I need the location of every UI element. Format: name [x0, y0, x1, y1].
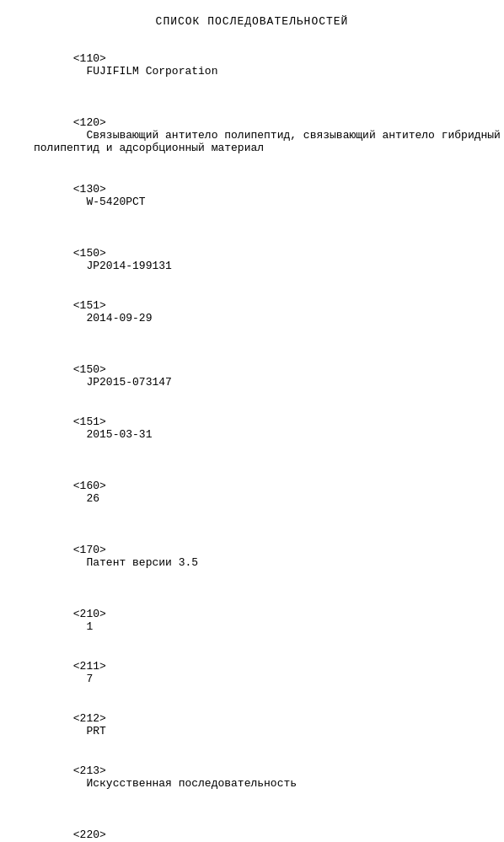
- field-120: <120> Связывающий антитело полипептид, с…: [0, 104, 504, 167]
- label-150a: <150>: [73, 247, 106, 260]
- spacer: [0, 806, 504, 816]
- label-151a: <151>: [73, 299, 106, 312]
- field-150b: <150> JP2015-073147 <151> 2015-03-31: [0, 351, 504, 453]
- seq1-220: <220> <223> SeqID_No.1: EQQNAFY: [0, 816, 504, 842]
- seq1-label-211: <211>: [73, 660, 106, 673]
- value-170: Патент версии 3.5: [86, 556, 198, 569]
- label-151b: <151>: [73, 416, 106, 428]
- value-160: 26: [86, 492, 99, 505]
- page: СПИСОК ПОСЛЕДОВАТЕЛЬНОСТЕЙ <110> FUJIFIL…: [0, 8, 504, 842]
- seq1-value-210: 1: [86, 620, 93, 633]
- label-110: <110>: [73, 52, 106, 65]
- field-130: <130> W-5420PCT: [0, 170, 504, 221]
- seq1-value-211: 7: [86, 673, 93, 685]
- field-170: <170> Патент версии 3.5: [0, 531, 504, 582]
- value-150a: JP2014-199131: [86, 260, 171, 272]
- value-151a: 2014-09-29: [86, 312, 152, 324]
- field-150a: <150> JP2014-199131 <151> 2014-09-29: [0, 234, 504, 337]
- page-title: СПИСОК ПОСЛЕДОВАТЕЛЬНОСТЕЙ: [0, 15, 504, 28]
- seq1-label-213: <213>: [73, 764, 106, 777]
- spacer: [0, 457, 504, 467]
- spacer: [0, 521, 504, 531]
- label-150b: <150>: [73, 363, 106, 376]
- seq1-value-213: Искусственная последовательность: [86, 777, 297, 790]
- seq1-label-212: <212>: [73, 712, 106, 725]
- label-170: <170>: [73, 544, 106, 556]
- seq1-label-210: <210>: [73, 608, 106, 620]
- seq1-value-212: PRT: [86, 725, 105, 737]
- spacer: [0, 94, 504, 104]
- value-120: Связывающий антитело полипептид, связыва…: [34, 129, 504, 154]
- seq1-fields: <210> 1 <211> 7 <212> PRT <213> Искусств…: [0, 595, 504, 802]
- value-110: [73, 65, 87, 78]
- spacer: [0, 585, 504, 595]
- spacer: [0, 224, 504, 234]
- field-160: <160> 26: [0, 467, 504, 518]
- spacer: [0, 341, 504, 351]
- label-130: <130>: [73, 183, 106, 196]
- value-150b: JP2015-073147: [86, 376, 171, 389]
- value-130: W-5420PCT: [86, 196, 145, 208]
- label-160: <160>: [73, 480, 106, 492]
- field-110: <110> FUJIFILM Corporation: [0, 40, 504, 90]
- seq1-label-220: <220>: [73, 829, 106, 841]
- value-151b: 2015-03-31: [86, 428, 152, 441]
- label-120: <120>: [73, 116, 106, 129]
